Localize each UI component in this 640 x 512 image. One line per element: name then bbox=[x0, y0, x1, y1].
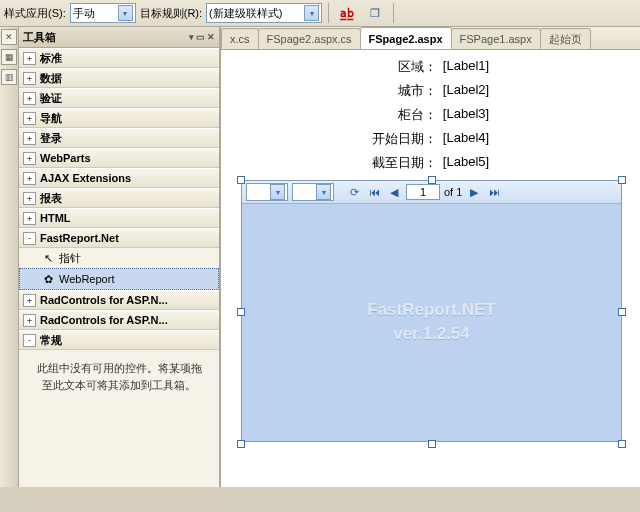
toolbox-category[interactable]: +验证 bbox=[19, 88, 219, 108]
form-value: [Label4] bbox=[443, 130, 489, 148]
form-value: [Label1] bbox=[443, 58, 489, 76]
expand-icon: - bbox=[23, 334, 36, 347]
category-label: RadControls for ASP.N... bbox=[40, 294, 168, 306]
resize-handle[interactable] bbox=[618, 440, 626, 448]
toolbox-category[interactable]: +RadControls for ASP.N... bbox=[19, 310, 219, 330]
rail-button-1[interactable]: ✕ bbox=[1, 29, 17, 45]
page-number-input[interactable]: 1 bbox=[406, 184, 440, 200]
document-tab[interactable]: 起始页 bbox=[540, 28, 591, 49]
report-body: FastReport.NET ver.1.2.54 bbox=[242, 204, 621, 440]
chevron-down-icon: ▾ bbox=[118, 5, 133, 21]
toolbox-category[interactable]: +HTML bbox=[19, 208, 219, 228]
resize-handle[interactable] bbox=[237, 176, 245, 184]
form-label: 区域： bbox=[372, 58, 437, 76]
toolbox-category[interactable]: +报表 bbox=[19, 188, 219, 208]
refresh-icon[interactable]: ⟳ bbox=[346, 184, 362, 200]
document-tab[interactable]: FSpage2.aspx bbox=[360, 27, 452, 49]
category-label: 常规 bbox=[40, 333, 62, 348]
close-icon[interactable]: ✕ bbox=[207, 32, 215, 42]
first-page-icon[interactable]: ⏮ bbox=[366, 184, 382, 200]
expand-icon: + bbox=[23, 192, 36, 205]
page-of-label: of 1 bbox=[444, 186, 462, 198]
resize-handle[interactable] bbox=[237, 308, 245, 316]
expand-icon: + bbox=[23, 72, 36, 85]
expand-icon: - bbox=[23, 232, 36, 245]
document-tab[interactable]: FSPage1.aspx bbox=[451, 28, 541, 49]
category-label: 报表 bbox=[40, 191, 62, 206]
toolbar-button-a[interactable]: a̲b̲ bbox=[335, 1, 359, 25]
item-label: 指针 bbox=[59, 251, 81, 266]
toolbox-category[interactable]: -常规 bbox=[19, 330, 219, 350]
style-apply-dropdown[interactable]: 手动▾ bbox=[70, 3, 136, 23]
toolbox-category[interactable]: -FastReport.Net bbox=[19, 228, 219, 248]
form-content: 区域：[Label1]城市：[Label2]柜台：[Label3]开始日期：[L… bbox=[372, 58, 489, 172]
toolbox-category[interactable]: +AJAX Extensions bbox=[19, 168, 219, 188]
category-label: WebParts bbox=[40, 152, 91, 164]
toolbox-category[interactable]: +WebParts bbox=[19, 148, 219, 168]
target-rule-dropdown[interactable]: (新建级联样式)▾ bbox=[206, 3, 322, 23]
expand-icon: + bbox=[23, 294, 36, 307]
toolbox-body: +标准+数据+验证+导航+登录+WebParts+AJAX Extensions… bbox=[19, 48, 219, 487]
resize-handle[interactable] bbox=[618, 308, 626, 316]
expand-icon: + bbox=[23, 112, 36, 125]
category-label: AJAX Extensions bbox=[40, 172, 131, 184]
toolbox-category[interactable]: +标准 bbox=[19, 48, 219, 68]
category-label: HTML bbox=[40, 212, 71, 224]
pin-icon[interactable]: ▭ bbox=[196, 32, 205, 42]
category-label: FastReport.Net bbox=[40, 232, 119, 244]
report-zoom-dropdown[interactable]: ▾ bbox=[246, 183, 288, 201]
toolbox-category[interactable]: +导航 bbox=[19, 108, 219, 128]
toolbox-category[interactable]: +RadControls for ASP.N... bbox=[19, 290, 219, 310]
prev-page-icon[interactable]: ◀ bbox=[386, 184, 402, 200]
resize-handle[interactable] bbox=[237, 440, 245, 448]
resize-handle[interactable] bbox=[618, 176, 626, 184]
document-tab[interactable]: x.cs bbox=[221, 28, 259, 49]
expand-icon: + bbox=[23, 314, 36, 327]
separator bbox=[328, 3, 329, 23]
empty-group-message: 此组中没有可用的控件。将某项拖至此文本可将其添加到工具箱。 bbox=[19, 350, 219, 403]
form-value: [Label3] bbox=[443, 106, 489, 124]
dropdown-icon[interactable]: ▾ bbox=[189, 32, 194, 42]
form-label: 开始日期： bbox=[372, 130, 437, 148]
category-label: RadControls for ASP.N... bbox=[40, 314, 168, 326]
category-label: 验证 bbox=[40, 91, 62, 106]
toolbar-button-b[interactable]: ❐ bbox=[363, 1, 387, 25]
chevron-down-icon: ▾ bbox=[270, 184, 285, 200]
document-tab[interactable]: FSpage2.aspx.cs bbox=[258, 28, 361, 49]
webreport-control[interactable]: ▾ ▾ ⟳ ⏮ ◀ 1 of 1 ▶ ⏭ bbox=[241, 180, 622, 442]
chevron-down-icon: ▾ bbox=[316, 184, 331, 200]
style-apply-label: 样式应用(S): bbox=[4, 6, 66, 21]
design-surface[interactable]: 区域：[Label1]城市：[Label2]柜台：[Label3]开始日期：[L… bbox=[221, 50, 640, 487]
category-label: 导航 bbox=[40, 111, 62, 126]
next-page-icon[interactable]: ▶ bbox=[466, 184, 482, 200]
resize-handle[interactable] bbox=[428, 440, 436, 448]
rail-button-2[interactable]: ▦ bbox=[1, 49, 17, 65]
toolbox-item[interactable]: ✿WebReport bbox=[19, 268, 219, 290]
toolbox-item[interactable]: ↖指针 bbox=[19, 248, 219, 268]
expand-icon: + bbox=[23, 52, 36, 65]
resize-handle[interactable] bbox=[428, 176, 436, 184]
editor-area: x.csFSpage2.aspx.csFSpage2.aspxFSPage1.a… bbox=[220, 27, 640, 487]
left-rail: ✕ ▦ ▥ bbox=[0, 27, 19, 487]
expand-icon: + bbox=[23, 212, 36, 225]
format-toolbar: 样式应用(S): 手动▾ 目标规则(R): (新建级联样式)▾ a̲b̲ ❐ bbox=[0, 0, 640, 27]
rail-button-3[interactable]: ▥ bbox=[1, 69, 17, 85]
expand-icon: + bbox=[23, 172, 36, 185]
toolbox-category[interactable]: +登录 bbox=[19, 128, 219, 148]
expand-icon: + bbox=[23, 132, 36, 145]
toolbox-header: 工具箱 ▾ ▭ ✕ bbox=[19, 27, 219, 48]
item-label: WebReport bbox=[59, 273, 114, 285]
text-style-icon: a̲b̲ bbox=[340, 7, 354, 20]
target-rule-label: 目标规则(R): bbox=[140, 6, 202, 21]
toolbox-category[interactable]: +数据 bbox=[19, 68, 219, 88]
separator bbox=[393, 3, 394, 23]
report-toolbar: ▾ ▾ ⟳ ⏮ ◀ 1 of 1 ▶ ⏭ bbox=[242, 181, 621, 204]
toolbox-panel: 工具箱 ▾ ▭ ✕ +标准+数据+验证+导航+登录+WebParts+AJAX … bbox=[19, 27, 220, 487]
category-label: 数据 bbox=[40, 71, 62, 86]
cascade-icon: ❐ bbox=[370, 7, 380, 20]
category-label: 登录 bbox=[40, 131, 62, 146]
item-icon: ✿ bbox=[41, 272, 55, 286]
chevron-down-icon: ▾ bbox=[304, 5, 319, 21]
last-page-icon[interactable]: ⏭ bbox=[486, 184, 502, 200]
report-export-dropdown[interactable]: ▾ bbox=[292, 183, 334, 201]
